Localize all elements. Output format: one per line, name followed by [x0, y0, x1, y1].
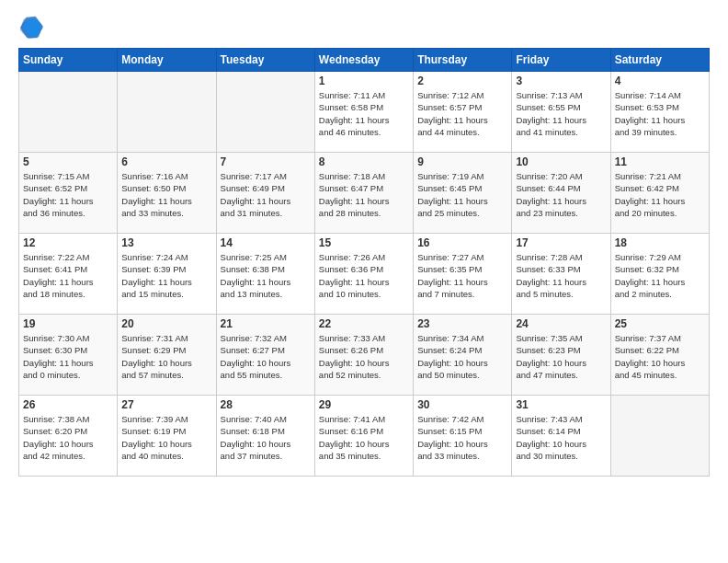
- calendar-cell: 7Sunrise: 7:17 AM Sunset: 6:49 PM Daylig…: [216, 153, 314, 234]
- day-number: 30: [417, 398, 507, 411]
- day-info: Sunrise: 7:13 AM Sunset: 6:55 PM Dayligh…: [516, 89, 606, 138]
- day-info: Sunrise: 7:40 AM Sunset: 6:18 PM Dayligh…: [221, 413, 311, 462]
- day-number: 17: [516, 236, 606, 249]
- calendar-cell: 27Sunrise: 7:39 AM Sunset: 6:19 PM Dayli…: [118, 396, 216, 477]
- day-info: Sunrise: 7:19 AM Sunset: 6:45 PM Dayligh…: [417, 170, 507, 219]
- weekday-header: Friday: [512, 49, 610, 72]
- day-number: 1: [319, 75, 409, 87]
- day-number: 24: [516, 317, 606, 330]
- calendar-cell: 25Sunrise: 7:37 AM Sunset: 6:22 PM Dayli…: [610, 315, 709, 396]
- day-info: Sunrise: 7:35 AM Sunset: 6:23 PM Dayligh…: [516, 332, 606, 381]
- calendar-cell: 24Sunrise: 7:35 AM Sunset: 6:23 PM Dayli…: [512, 315, 610, 396]
- calendar-cell: 28Sunrise: 7:40 AM Sunset: 6:18 PM Dayli…: [216, 396, 314, 477]
- day-info: Sunrise: 7:20 AM Sunset: 6:44 PM Dayligh…: [516, 170, 606, 219]
- logo-icon: [18, 15, 44, 40]
- calendar-cell: 3Sunrise: 7:13 AM Sunset: 6:55 PM Daylig…: [512, 72, 610, 153]
- day-info: Sunrise: 7:18 AM Sunset: 6:47 PM Dayligh…: [319, 170, 409, 219]
- day-number: 29: [319, 398, 409, 411]
- calendar-cell: 9Sunrise: 7:19 AM Sunset: 6:45 PM Daylig…: [414, 153, 512, 234]
- day-number: 25: [615, 317, 705, 330]
- day-number: 16: [417, 236, 507, 249]
- calendar-table: SundayMondayTuesdayWednesdayThursdayFrid…: [18, 48, 710, 477]
- day-info: Sunrise: 7:37 AM Sunset: 6:22 PM Dayligh…: [615, 332, 705, 381]
- calendar-cell: [610, 396, 709, 477]
- day-number: 11: [615, 155, 705, 168]
- day-number: 4: [615, 75, 705, 87]
- day-info: Sunrise: 7:22 AM Sunset: 6:41 PM Dayligh…: [23, 251, 113, 300]
- day-number: 14: [221, 236, 311, 249]
- day-info: Sunrise: 7:33 AM Sunset: 6:26 PM Dayligh…: [319, 332, 409, 381]
- day-number: 28: [221, 398, 311, 411]
- day-info: Sunrise: 7:41 AM Sunset: 6:16 PM Dayligh…: [319, 413, 409, 462]
- calendar-week-row: 19Sunrise: 7:30 AM Sunset: 6:30 PM Dayli…: [19, 315, 710, 396]
- day-info: Sunrise: 7:27 AM Sunset: 6:35 PM Dayligh…: [417, 251, 507, 300]
- day-number: 2: [417, 75, 507, 87]
- day-info: Sunrise: 7:43 AM Sunset: 6:14 PM Dayligh…: [516, 413, 606, 462]
- calendar-cell: 23Sunrise: 7:34 AM Sunset: 6:24 PM Dayli…: [414, 315, 512, 396]
- weekday-header: Wednesday: [314, 49, 413, 72]
- day-info: Sunrise: 7:12 AM Sunset: 6:57 PM Dayligh…: [417, 89, 507, 138]
- day-number: 10: [516, 155, 606, 168]
- calendar-cell: 31Sunrise: 7:43 AM Sunset: 6:14 PM Dayli…: [512, 396, 610, 477]
- calendar-cell: 18Sunrise: 7:29 AM Sunset: 6:32 PM Dayli…: [610, 234, 709, 315]
- logo: [18, 15, 48, 40]
- calendar-cell: 2Sunrise: 7:12 AM Sunset: 6:57 PM Daylig…: [414, 72, 512, 153]
- weekday-header: Sunday: [19, 49, 118, 72]
- page: SundayMondayTuesdayWednesdayThursdayFrid…: [0, 0, 728, 563]
- day-number: 3: [516, 75, 606, 87]
- day-info: Sunrise: 7:39 AM Sunset: 6:19 PM Dayligh…: [121, 413, 211, 462]
- calendar-cell: 14Sunrise: 7:25 AM Sunset: 6:38 PM Dayli…: [216, 234, 314, 315]
- calendar-cell: 19Sunrise: 7:30 AM Sunset: 6:30 PM Dayli…: [19, 315, 118, 396]
- day-number: 19: [23, 317, 113, 330]
- day-number: 21: [221, 317, 311, 330]
- calendar-cell: 17Sunrise: 7:28 AM Sunset: 6:33 PM Dayli…: [512, 234, 610, 315]
- day-info: Sunrise: 7:31 AM Sunset: 6:29 PM Dayligh…: [121, 332, 211, 381]
- day-number: 12: [23, 236, 113, 249]
- header: [18, 15, 710, 40]
- calendar-cell: 29Sunrise: 7:41 AM Sunset: 6:16 PM Dayli…: [314, 396, 413, 477]
- day-info: Sunrise: 7:25 AM Sunset: 6:38 PM Dayligh…: [221, 251, 311, 300]
- day-info: Sunrise: 7:30 AM Sunset: 6:30 PM Dayligh…: [23, 332, 113, 381]
- calendar-cell: 11Sunrise: 7:21 AM Sunset: 6:42 PM Dayli…: [610, 153, 709, 234]
- calendar-cell: 6Sunrise: 7:16 AM Sunset: 6:50 PM Daylig…: [118, 153, 216, 234]
- day-number: 26: [23, 398, 113, 411]
- day-info: Sunrise: 7:42 AM Sunset: 6:15 PM Dayligh…: [417, 413, 507, 462]
- day-info: Sunrise: 7:32 AM Sunset: 6:27 PM Dayligh…: [221, 332, 311, 381]
- calendar-cell: 13Sunrise: 7:24 AM Sunset: 6:39 PM Dayli…: [118, 234, 216, 315]
- day-info: Sunrise: 7:34 AM Sunset: 6:24 PM Dayligh…: [417, 332, 507, 381]
- day-info: Sunrise: 7:26 AM Sunset: 6:36 PM Dayligh…: [319, 251, 409, 300]
- weekday-header: Saturday: [610, 49, 709, 72]
- calendar-week-row: 26Sunrise: 7:38 AM Sunset: 6:20 PM Dayli…: [19, 396, 710, 477]
- calendar-cell: 20Sunrise: 7:31 AM Sunset: 6:29 PM Dayli…: [118, 315, 216, 396]
- calendar-cell: 22Sunrise: 7:33 AM Sunset: 6:26 PM Dayli…: [314, 315, 413, 396]
- day-info: Sunrise: 7:29 AM Sunset: 6:32 PM Dayligh…: [615, 251, 705, 300]
- calendar-week-row: 12Sunrise: 7:22 AM Sunset: 6:41 PM Dayli…: [19, 234, 710, 315]
- day-number: 18: [615, 236, 705, 249]
- day-info: Sunrise: 7:11 AM Sunset: 6:58 PM Dayligh…: [319, 89, 409, 138]
- day-number: 6: [121, 155, 211, 168]
- day-number: 15: [319, 236, 409, 249]
- day-info: Sunrise: 7:21 AM Sunset: 6:42 PM Dayligh…: [615, 170, 705, 219]
- weekday-header: Monday: [118, 49, 216, 72]
- day-number: 8: [319, 155, 409, 168]
- day-number: 7: [221, 155, 311, 168]
- calendar-week-row: 1Sunrise: 7:11 AM Sunset: 6:58 PM Daylig…: [19, 72, 710, 153]
- day-info: Sunrise: 7:38 AM Sunset: 6:20 PM Dayligh…: [23, 413, 113, 462]
- calendar-cell: 10Sunrise: 7:20 AM Sunset: 6:44 PM Dayli…: [512, 153, 610, 234]
- calendar-cell: [118, 72, 216, 153]
- day-number: 5: [23, 155, 113, 168]
- calendar-cell: 16Sunrise: 7:27 AM Sunset: 6:35 PM Dayli…: [414, 234, 512, 315]
- calendar-cell: 4Sunrise: 7:14 AM Sunset: 6:53 PM Daylig…: [610, 72, 709, 153]
- calendar-cell: [216, 72, 314, 153]
- day-number: 23: [417, 317, 507, 330]
- calendar-cell: [19, 72, 118, 153]
- day-info: Sunrise: 7:24 AM Sunset: 6:39 PM Dayligh…: [121, 251, 211, 300]
- day-info: Sunrise: 7:28 AM Sunset: 6:33 PM Dayligh…: [516, 251, 606, 300]
- calendar-cell: 5Sunrise: 7:15 AM Sunset: 6:52 PM Daylig…: [19, 153, 118, 234]
- calendar-cell: 12Sunrise: 7:22 AM Sunset: 6:41 PM Dayli…: [19, 234, 118, 315]
- calendar-cell: 1Sunrise: 7:11 AM Sunset: 6:58 PM Daylig…: [314, 72, 413, 153]
- day-number: 31: [516, 398, 606, 411]
- day-number: 27: [121, 398, 211, 411]
- day-info: Sunrise: 7:17 AM Sunset: 6:49 PM Dayligh…: [221, 170, 311, 219]
- day-number: 20: [121, 317, 211, 330]
